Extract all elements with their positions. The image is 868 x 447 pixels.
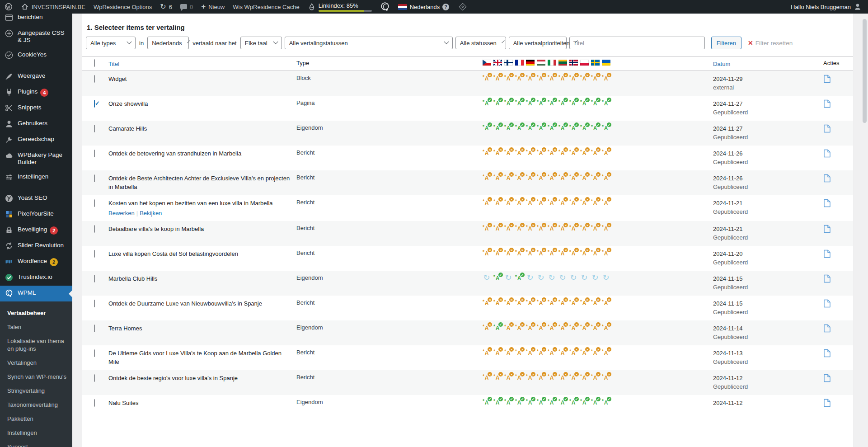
scrollbar-thumb[interactable] (863, 19, 867, 123)
sidebar-item-wordfence[interactable]: Wordfence2 (0, 254, 72, 270)
row-checkbox[interactable] (94, 75, 95, 83)
row-action-button[interactable] (823, 352, 831, 359)
row-action-button[interactable] (823, 152, 831, 159)
translation-status-select[interactable]: Alle vertalingstatussen (285, 37, 453, 49)
type-select[interactable]: Alle types (86, 37, 136, 49)
row-checkbox[interactable] (94, 399, 95, 407)
submenu-item-lokalisatie-van-thema-en-plug-ins[interactable]: Lokalisatie van thema en plug-ins (0, 334, 72, 356)
submenu-item-synch-van-wp-menu-s[interactable]: Synch van WP-menu's (0, 370, 72, 384)
sidebar-item-weergave[interactable]: Weergave (0, 69, 72, 85)
bekijken-link[interactable]: Bekijken (140, 210, 162, 216)
row-action-button[interactable] (823, 228, 831, 235)
sidebar-item-beveiliging[interactable]: Beveiliging2 (0, 222, 72, 238)
sort-by-title-header[interactable]: Titel (108, 61, 119, 67)
site-name-menu[interactable]: INVESTINSPAIN.BE (21, 3, 85, 11)
row-date: 2024-11-21 (713, 199, 821, 207)
language-switcher-menu[interactable]: Nederlands ? (398, 4, 450, 10)
row-checkbox[interactable] (94, 250, 95, 258)
submenu-item-vertalingen[interactable]: Vertalingen (0, 356, 72, 370)
cache-plugin-menu[interactable] (460, 4, 465, 9)
sidebar-item-instellingen[interactable]: Instellingen (0, 169, 72, 185)
sidebar-item-aangepaste-css-js[interactable]: Aangepaste CSS & JS (0, 26, 72, 47)
sort-by-date-header[interactable]: Datum (713, 61, 730, 67)
filter-button[interactable]: Filteren (711, 37, 741, 49)
status-not-translated-icon: *A× (569, 373, 577, 381)
status-translated-icon: *A✓ (493, 124, 502, 132)
row-action-button[interactable] (823, 302, 831, 309)
row-checkbox[interactable] (94, 275, 95, 282)
submenu-item-instellingen[interactable]: Instellingen (0, 426, 72, 440)
row-checkbox[interactable] (94, 349, 95, 357)
sidebar-item-wpml[interactable]: WPML (0, 286, 72, 301)
sidebar-item-plugins[interactable]: Plugins4 (0, 85, 72, 100)
submenu-item-pakketten[interactable]: Pakketten (0, 412, 72, 426)
row-action-button[interactable] (823, 327, 831, 334)
status-translated-icon: *A✓ (569, 99, 577, 107)
select-all-checkbox[interactable] (94, 59, 95, 67)
sidebar-item-cookieyes[interactable]: CookieYes (0, 47, 72, 63)
submenu-item-stringvertaling[interactable]: Stringvertaling (0, 384, 72, 398)
account-menu[interactable]: Hallo Niels Bruggeman (791, 3, 862, 11)
status-not-translated-icon: *A× (504, 174, 512, 182)
status-not-translated-icon: *A× (591, 249, 599, 257)
status-not-translated-icon: *A× (537, 299, 545, 307)
row-checkbox[interactable] (94, 374, 95, 382)
submenu-item-support[interactable]: Support (0, 440, 72, 447)
sidebar-item-gereedschap[interactable]: Gereedschap (0, 132, 72, 148)
row-action-button[interactable] (823, 103, 831, 109)
title-filter-input[interactable] (569, 37, 705, 49)
row-date: 2024-11-29 (713, 75, 821, 83)
row-checkbox[interactable] (94, 150, 95, 157)
sidebar-item-gebruikers[interactable]: Gebruikers (0, 116, 72, 132)
comments-menu[interactable]: 0 (180, 4, 193, 10)
submenu-item-taxonomievertaling[interactable]: Taxonomievertaling (0, 398, 72, 412)
row-action-button[interactable] (823, 402, 831, 409)
seo-tool-menu[interactable] (380, 2, 390, 12)
submenu-item-vertaalbeheer[interactable]: Vertaalbeheer (0, 306, 72, 320)
wordpress-logo-menu[interactable] (5, 3, 13, 11)
sidebar-item-slider-revolution[interactable]: Slider Revolution (0, 238, 72, 254)
updates-menu[interactable]: ↻ 6 (160, 3, 172, 10)
row-action-button[interactable] (823, 202, 831, 209)
sidebar-item-snippets[interactable]: Snippets (0, 100, 72, 116)
clear-cache-menu[interactable]: Wis WpResidence Cache (233, 4, 299, 10)
source-language-select[interactable]: Nederlands (147, 37, 189, 49)
page-title: 1. Selecteer items ter vertaling (82, 14, 853, 31)
sidebar-item-wpbakery-page-builder[interactable]: WPBakery Page Builder (0, 148, 72, 169)
row-action-button[interactable] (823, 127, 831, 134)
sidebar-item-pixelyoursite[interactable]: PixelYourSite (0, 207, 72, 222)
yoast-icon (5, 194, 14, 203)
status-not-translated-icon: *A× (493, 149, 502, 157)
priority-select[interactable]: Alle vertaalprioriteiten (509, 37, 567, 49)
vertical-scrollbar[interactable] (861, 14, 868, 447)
status-translated-icon: *A✓ (602, 398, 610, 406)
row-checkbox[interactable] (94, 125, 95, 132)
reset-filter-link[interactable]: ✕ Filter resetten (748, 39, 793, 47)
new-content-menu[interactable]: + Nieuw (201, 4, 225, 10)
sidebar-item-berichten[interactable]: berichten (0, 14, 72, 26)
row-checkbox[interactable] (94, 300, 95, 307)
row-action-button[interactable] (823, 278, 831, 284)
linkindex-menu[interactable]: Linkindex: 85% (308, 2, 372, 12)
post-status-select[interactable]: Alle statussen (455, 37, 506, 49)
document-icon (823, 324, 831, 333)
submenu-item-talen[interactable]: Talen (0, 320, 72, 334)
target-language-select[interactable]: Elke taal (240, 37, 282, 49)
status-not-translated-icon: *A× (504, 149, 512, 157)
row-action-button[interactable] (823, 177, 831, 184)
row-action-button[interactable] (823, 78, 831, 85)
row-checkbox[interactable] (94, 100, 95, 108)
wpresidence-options-menu[interactable]: WpResidence Options (94, 4, 152, 10)
row-action-button[interactable] (823, 377, 831, 384)
row-checkbox[interactable] (94, 199, 95, 207)
row-checkbox[interactable] (94, 325, 95, 332)
row-checkbox[interactable] (94, 174, 95, 182)
row-checkbox[interactable] (94, 225, 95, 233)
sidebar-item-yoast-seo[interactable]: Yoast SEO (0, 191, 72, 207)
status-not-translated-icon: *A× (526, 324, 534, 332)
row-action-button[interactable] (823, 253, 831, 259)
sidebar-item-trustindex-io[interactable]: Trustindex.io (0, 270, 72, 286)
status-not-translated-icon: *A× (558, 373, 567, 381)
bewerken-link[interactable]: Bewerken (108, 210, 135, 216)
status-not-translated-icon: *A× (602, 149, 610, 157)
